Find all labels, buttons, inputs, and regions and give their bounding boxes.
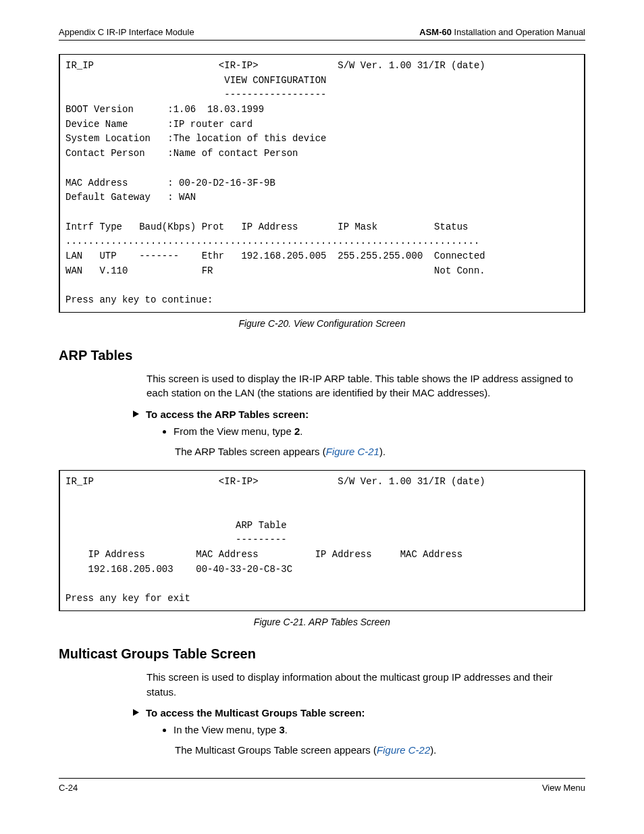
result-pre: The Multicast Groups Table screen appear… xyxy=(175,744,377,756)
procedure-step: In the View menu, type 3. xyxy=(173,723,585,737)
procedure-steps-multicast: In the View menu, type 3. xyxy=(160,723,585,737)
result-pre: The ARP Tables screen appears ( xyxy=(175,446,326,457)
step-text-pre: From the View menu, type xyxy=(173,425,294,437)
running-footer: C-24 View Menu xyxy=(59,778,585,793)
result-post: ). xyxy=(379,446,385,457)
figure-link-c22[interactable]: Figure C-22 xyxy=(377,744,430,756)
procedure-heading-multicast-text: To access the Multicast Groups Table scr… xyxy=(146,707,365,719)
procedure-heading-arp: To access the ARP Tables screen: xyxy=(133,409,585,420)
header-left: Appendix C IR-IP Interface Module xyxy=(59,27,194,37)
header-right-rest: Installation and Operation Manual xyxy=(452,27,585,37)
step-text-post: . xyxy=(285,724,288,735)
header-right-bold: ASM-60 xyxy=(419,27,452,37)
header-right: ASM-60 Installation and Operation Manual xyxy=(419,27,585,37)
arrow-icon xyxy=(133,411,139,417)
procedure-steps-arp: From the View menu, type 2. xyxy=(160,424,585,439)
step-text-pre: In the View menu, type xyxy=(173,724,279,735)
figure-link-c21[interactable]: Figure C-21 xyxy=(326,446,379,457)
section-heading-arp-tables: ARP Tables xyxy=(59,348,585,363)
procedure-result-multicast: The Multicast Groups Table screen appear… xyxy=(175,743,585,758)
multicast-paragraph: This screen is used to display informati… xyxy=(146,670,585,700)
terminal-arp-table: IR_IP <IR-IP> S/W Ver. 1.00 31/IR (date)… xyxy=(59,470,585,611)
running-header: Appendix C IR-IP Interface Module ASM-60… xyxy=(59,27,585,41)
step-text-post: . xyxy=(300,425,302,437)
procedure-heading-arp-text: To access the ARP Tables screen: xyxy=(146,409,308,420)
arp-tables-paragraph: This screen is used to display the IR-IP… xyxy=(146,371,585,401)
page: Appendix C IR-IP Interface Module ASM-60… xyxy=(59,27,585,793)
section-heading-multicast: Multicast Groups Table Screen xyxy=(59,646,585,662)
step-key: 3 xyxy=(279,724,284,735)
footer-page-number: C-24 xyxy=(59,783,78,793)
arrow-icon xyxy=(133,709,139,716)
footer-section-name: View Menu xyxy=(542,783,585,793)
procedure-result-arp: The ARP Tables screen appears (Figure C-… xyxy=(175,444,585,459)
procedure-step: From the View menu, type 2. xyxy=(173,424,585,439)
procedure-heading-multicast: To access the Multicast Groups Table scr… xyxy=(133,707,585,719)
terminal-view-configuration: IR_IP <IR-IP> S/W Ver. 1.00 31/IR (date)… xyxy=(59,54,585,313)
figure-caption-c20: Figure C-20. View Configuration Screen xyxy=(59,318,585,329)
result-post: ). xyxy=(430,744,436,756)
figure-caption-c21: Figure C-21. ARP Tables Screen xyxy=(59,617,585,627)
